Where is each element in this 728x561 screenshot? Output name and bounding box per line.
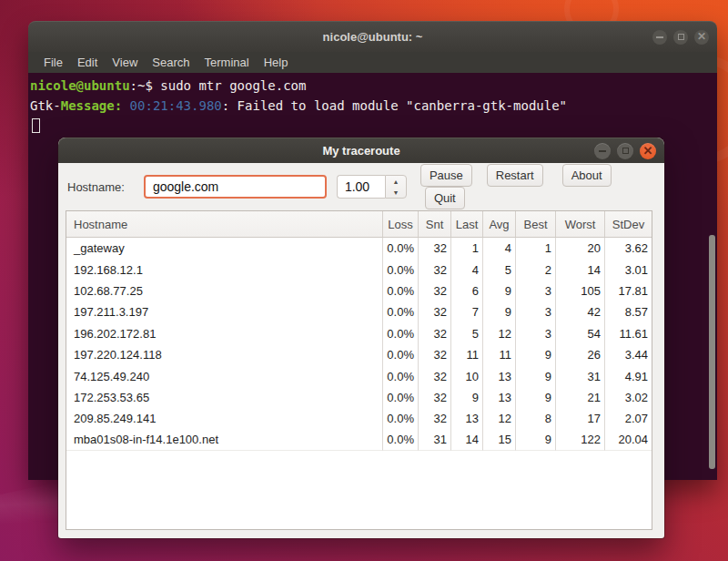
table-row[interactable]: 172.253.53.650.0%329139213.02	[66, 387, 652, 408]
terminal-minimize-button[interactable]	[652, 30, 667, 45]
cell-loss: 0.0%	[383, 365, 419, 386]
cell-avg: 12	[483, 408, 516, 429]
cell-stdev: 20.04	[605, 430, 652, 451]
terminal-titlebar[interactable]: nicole@ubuntu: ~ ✕	[28, 21, 717, 52]
column-header-best[interactable]: Best	[516, 211, 556, 237]
cell-loss: 0.0%	[383, 430, 419, 451]
about-button[interactable]: About	[562, 164, 612, 187]
cell-avg: 13	[483, 365, 516, 386]
cell-snt: 32	[419, 365, 451, 386]
spin-down-button[interactable]: ▼	[386, 187, 406, 198]
table-row[interactable]: mba01s08-in-f14.1e100.net0.0%31141591222…	[66, 430, 652, 451]
mtr-minimize-button[interactable]	[594, 143, 611, 159]
table-body: _gateway0.0%32141203.62192.168.12.10.0%3…	[66, 238, 652, 451]
cell-best: 9	[516, 387, 556, 408]
cell-last: 4	[451, 259, 483, 280]
cell-stdev: 3.44	[605, 344, 652, 365]
mtr-titlebar[interactable]: My traceroute ✕	[58, 138, 664, 163]
cell-stdev: 11.61	[605, 323, 652, 344]
cell-hostname: 192.168.12.1	[66, 259, 383, 280]
cell-stdev: 3.02	[605, 387, 652, 408]
cell-worst: 42	[556, 301, 605, 322]
cell-snt: 32	[419, 408, 451, 429]
cell-stdev: 8.57	[605, 301, 652, 322]
mtr-close-button[interactable]: ✕	[640, 143, 656, 159]
cell-avg: 9	[483, 280, 516, 301]
cell-stdev: 17.81	[605, 280, 652, 301]
terminal-maximize-button[interactable]	[673, 30, 688, 45]
column-header-avg[interactable]: Avg	[483, 211, 516, 237]
hostname-input[interactable]	[144, 175, 327, 199]
menu-item-view[interactable]: View	[105, 52, 145, 73]
cell-hostname: 74.125.49.240	[66, 365, 383, 386]
menu-item-help[interactable]: Help	[257, 52, 296, 73]
cell-snt: 32	[419, 344, 451, 365]
cell-hostname: 102.68.77.25	[66, 280, 383, 301]
cell-loss: 0.0%	[383, 344, 419, 365]
terminal-close-button[interactable]: ✕	[694, 30, 709, 45]
cell-loss: 0.0%	[383, 259, 419, 280]
quit-button[interactable]: Quit	[425, 187, 465, 209]
table-row[interactable]: 197.220.124.1180.0%3211119263.44	[66, 344, 652, 365]
cell-last: 5	[451, 323, 483, 344]
menu-item-terminal[interactable]: Terminal	[197, 52, 257, 73]
cell-snt: 31	[419, 430, 451, 451]
interval-spin-buttons: ▲ ▼	[385, 175, 407, 199]
menu-item-file[interactable]: File	[36, 52, 70, 73]
column-header-loss[interactable]: Loss	[383, 211, 419, 237]
restart-button[interactable]: Restart	[487, 164, 543, 187]
column-header-last[interactable]: Last	[451, 211, 483, 237]
cell-hostname: _gateway	[66, 238, 383, 259]
pause-button[interactable]: Pause	[420, 164, 472, 187]
terminal-line: Gtk-Message: 00:21:43.980: Failed to loa…	[30, 96, 717, 116]
cell-avg: 13	[483, 387, 516, 408]
interval-value[interactable]: 1.00	[337, 175, 385, 199]
table-row[interactable]: 74.125.49.2400.0%3210139314.91	[66, 365, 652, 386]
mtr-toolbar: Hostname: 1.00 ▲ ▼ PauseRestartAboutQuit	[58, 163, 664, 210]
minimize-icon	[656, 36, 663, 38]
arrow-up-icon: ▲	[392, 178, 399, 185]
table-row[interactable]: 102.68.77.250.0%3269310517.81	[66, 280, 652, 301]
maximize-icon	[622, 148, 629, 154]
cell-best: 2	[516, 259, 556, 280]
table-row[interactable]: 192.168.12.10.0%32452143.01	[66, 259, 652, 280]
table-row[interactable]: _gateway0.0%32141203.62	[66, 238, 652, 259]
cell-best: 9	[516, 344, 556, 365]
cell-best: 3	[516, 323, 556, 344]
menu-item-edit[interactable]: Edit	[70, 52, 105, 73]
cell-loss: 0.0%	[383, 238, 419, 259]
cell-loss: 0.0%	[383, 323, 419, 344]
column-header-worst[interactable]: Worst	[556, 211, 605, 237]
cell-last: 10	[451, 365, 483, 386]
column-header-snt[interactable]: Snt	[419, 211, 451, 237]
mtr-window: My traceroute ✕ Hostname: 1.00 ▲ ▼ Pause…	[58, 138, 664, 538]
cell-hostname: 197.211.3.197	[66, 301, 383, 322]
table-row[interactable]: 196.202.172.810.0%3251235411.61	[66, 323, 652, 344]
cell-avg: 12	[483, 323, 516, 344]
cell-loss: 0.0%	[383, 408, 419, 429]
cell-hostname: 196.202.172.81	[66, 323, 383, 344]
column-header-stdev[interactable]: StDev	[605, 211, 652, 237]
terminal-scrollbar[interactable]	[709, 235, 715, 469]
terminal-menubar: FileEditViewSearchTerminalHelp	[28, 52, 717, 73]
table-row[interactable]: 197.211.3.1970.0%32793428.57	[66, 301, 652, 322]
cell-worst: 17	[556, 408, 605, 429]
cell-worst: 21	[556, 387, 605, 408]
maximize-icon	[678, 34, 684, 40]
cell-worst: 14	[556, 259, 605, 280]
mtr-maximize-button[interactable]	[617, 143, 633, 159]
cell-last: 9	[451, 387, 483, 408]
cell-best: 9	[516, 365, 556, 386]
spin-up-button[interactable]: ▲	[386, 176, 406, 187]
cell-last: 6	[451, 280, 483, 301]
table-row[interactable]: 209.85.249.1410.0%3213128172.07	[66, 408, 652, 429]
cell-worst: 20	[556, 238, 605, 259]
cell-best: 3	[516, 280, 556, 301]
menu-item-search[interactable]: Search	[145, 52, 197, 73]
cell-stdev: 2.07	[605, 408, 652, 429]
cell-best: 3	[516, 301, 556, 322]
cell-worst: 26	[556, 344, 605, 365]
cell-last: 7	[451, 301, 483, 322]
cell-stdev: 3.62	[605, 238, 652, 259]
column-header-hostname[interactable]: Hostname	[66, 211, 383, 237]
